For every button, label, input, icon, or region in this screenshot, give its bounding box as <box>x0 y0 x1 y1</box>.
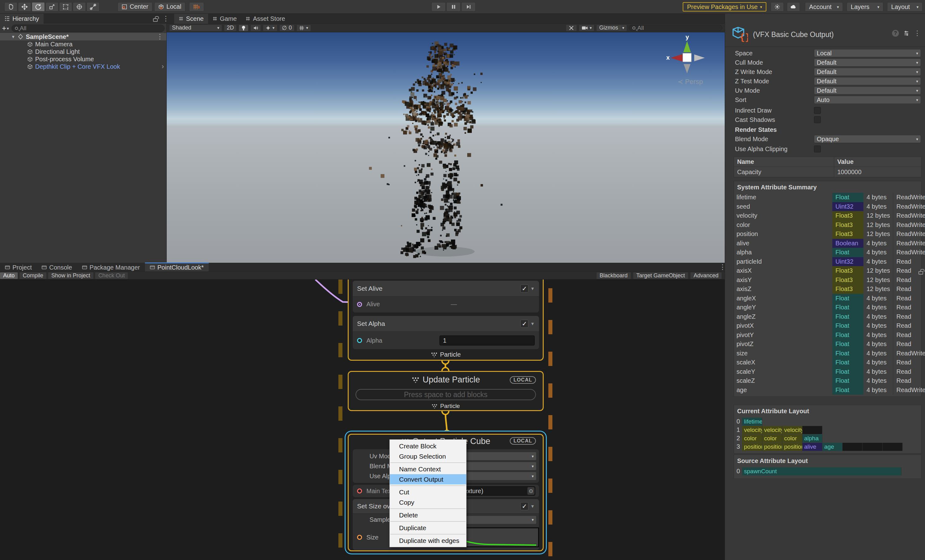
graph-menu-icon[interactable]: ⋮ <box>719 264 726 271</box>
move-tool-button[interactable] <box>18 2 31 12</box>
property-dropdown[interactable]: Default ▾ <box>814 77 921 85</box>
graph-toolbar-button[interactable]: Show in Project <box>48 272 93 279</box>
graph-toolbar-button[interactable]: Compile <box>20 272 46 279</box>
tab-hierarchy[interactable]: Hierarchy <box>0 14 44 24</box>
cloud-services-button[interactable] <box>787 2 800 12</box>
draw-mode-dropdown[interactable]: Shaded▾ <box>169 24 222 32</box>
set-size-enabled-checkbox[interactable]: ✓ <box>520 502 529 510</box>
set-alive-header[interactable]: Set Alive ✓ ▼ <box>353 281 539 296</box>
scene-camera-dropdown[interactable]: ▾ <box>579 24 595 32</box>
context-menu-item[interactable]: Group Selection <box>390 451 466 461</box>
context-menu-item[interactable]: Copy <box>390 497 466 507</box>
layout-dropdown[interactable]: Layout▾ <box>887 2 922 12</box>
set-alpha-block[interactable]: Set Alpha ✓ ▼ Alpha <box>353 316 539 349</box>
hierarchy-item[interactable]: Depthkit Clip + Core VFX Look › <box>0 63 166 70</box>
context-menu-item[interactable] <box>390 508 466 509</box>
vfx-graph-canvas[interactable]: Set Alive ✓ ▼ Alive — Set Alpha ✓ ▼ <box>0 280 725 560</box>
grid-snap-button[interactable] <box>189 2 204 12</box>
graph-toolbar-button[interactable]: Auto <box>0 272 18 279</box>
scene-search[interactable] <box>629 25 722 31</box>
property-dropdown[interactable]: Local ▾ <box>814 49 921 57</box>
graph-toolbar-button[interactable]: Target GameObject▾ <box>633 272 688 279</box>
viewport-tab[interactable]: Asset Store <box>241 14 289 24</box>
perspective-label[interactable]: ≺ Persp <box>678 78 703 86</box>
scene-header-row[interactable]: ▼ SampleScene* ⋮ <box>0 33 166 41</box>
context-menu-item[interactable]: Cut <box>390 487 466 497</box>
bottom-tab[interactable]: Package Manager <box>77 262 145 271</box>
init-context-node[interactable]: Set Alive ✓ ▼ Alive — Set Alpha ✓ ▼ <box>348 280 544 361</box>
set-alpha-header[interactable]: Set Alpha ✓ ▼ <box>353 316 539 331</box>
viewport-tab[interactable]: Scene <box>174 14 208 24</box>
custom-tool-button[interactable] <box>86 2 99 12</box>
local-space-button[interactable]: Local <box>154 2 185 12</box>
pause-button[interactable] <box>446 2 461 12</box>
hierarchy-item[interactable]: Post-process Volume <box>0 55 166 63</box>
bottom-tab[interactable]: PointCloudLook* <box>145 262 209 271</box>
2d-toggle[interactable]: 2D <box>224 24 237 32</box>
property-checkbox[interactable] <box>814 107 821 114</box>
property-dropdown[interactable]: Default ▾ <box>814 86 921 95</box>
hierarchy-search-input[interactable] <box>20 25 161 32</box>
context-menu-item[interactable]: Create Block <box>390 441 466 451</box>
alive-port[interactable] <box>357 302 362 307</box>
hand-tool-button[interactable] <box>5 2 17 12</box>
graph-lock-icon[interactable] <box>919 271 923 275</box>
property-dropdown[interactable]: Auto ▾ <box>814 96 921 104</box>
gizmos-dropdown[interactable]: Gizmos ▾ <box>596 24 627 32</box>
scene-tools-button[interactable] <box>566 24 577 32</box>
property-checkbox[interactable] <box>814 116 821 123</box>
inspector-more-icon[interactable]: ⋮ <box>914 30 920 37</box>
context-menu-item[interactable] <box>390 462 466 463</box>
play-button[interactable] <box>431 2 446 12</box>
layers-dropdown[interactable]: Layers▾ <box>847 2 883 12</box>
hidden-objects-toggle[interactable]: ∅ 0 <box>279 24 295 32</box>
set-alpha-enabled-checkbox[interactable]: ✓ <box>520 320 529 328</box>
hierarchy-lock-icon[interactable] <box>153 18 158 22</box>
context-menu-item[interactable] <box>390 521 466 522</box>
size-port[interactable] <box>357 535 362 540</box>
account-dropdown[interactable]: Account▾ <box>805 2 843 12</box>
context-menu-item[interactable]: Duplicate <box>390 523 466 533</box>
presets-icon[interactable] <box>903 30 910 36</box>
graph-toolbar-button[interactable]: Check Out <box>95 272 128 279</box>
property-dropdown[interactable]: Default ▾ <box>814 59 921 66</box>
hierarchy-menu-icon[interactable]: ⋮ <box>162 15 169 22</box>
context-menu-item[interactable]: Duplicate with edges <box>390 536 466 546</box>
context-menu-item[interactable]: Delete <box>390 510 466 520</box>
bottom-tab[interactable]: Console <box>37 262 77 271</box>
scene-search-input[interactable] <box>637 24 719 32</box>
transform-tool-button[interactable] <box>73 2 86 12</box>
context-menu-item[interactable] <box>390 534 466 534</box>
grid-visibility-dropdown[interactable]: ▾ <box>297 24 311 32</box>
alpha-value-input[interactable] <box>443 337 531 344</box>
context-menu-item[interactable]: Name Context <box>390 464 466 474</box>
context-menu-item[interactable]: Convert Output <box>390 474 466 485</box>
alpha-port[interactable] <box>357 338 362 343</box>
bottom-tab[interactable]: Project <box>0 262 37 271</box>
preview-packages-button[interactable]: Preview Packages in Use ▾ <box>683 2 766 12</box>
alpha-clipping-checkbox[interactable] <box>814 146 821 152</box>
orientation-gizmo[interactable]: y x <box>664 34 710 81</box>
rect-tool-button[interactable] <box>59 2 72 12</box>
main-texture-field[interactable]: (Texture) <box>455 486 535 496</box>
alpha-value-field[interactable] <box>440 336 535 345</box>
set-alive-block[interactable]: Set Alive ✓ ▼ Alive — <box>353 281 539 313</box>
effects-dropdown[interactable]: ▾ <box>263 24 277 32</box>
activity-indicator-button[interactable] <box>771 2 784 12</box>
update-particle-node[interactable]: Update Particle LOCAL Press space to add… <box>348 371 544 411</box>
lighting-toggle[interactable] <box>238 24 249 32</box>
scene-menu-icon[interactable]: ⋮ <box>157 33 163 40</box>
alive-value[interactable]: — <box>451 301 457 308</box>
scale-tool-button[interactable] <box>45 2 59 12</box>
step-button[interactable] <box>461 2 476 12</box>
help-icon[interactable]: ? <box>892 30 899 37</box>
chevron-right-icon[interactable]: › <box>162 63 164 71</box>
context-menu-item[interactable] <box>390 485 466 486</box>
create-object-button[interactable]: + ▾ <box>2 24 9 33</box>
set-alive-enabled-checkbox[interactable]: ✓ <box>520 285 529 293</box>
property-dropdown[interactable]: Default ▾ <box>814 68 921 76</box>
scene-render-area[interactable]: y x ≺ Persp <box>167 32 725 263</box>
main-texture-port[interactable] <box>357 488 362 494</box>
add-blocks-placeholder[interactable]: Press space to add blocks <box>356 389 536 400</box>
audio-toggle[interactable] <box>250 24 261 32</box>
